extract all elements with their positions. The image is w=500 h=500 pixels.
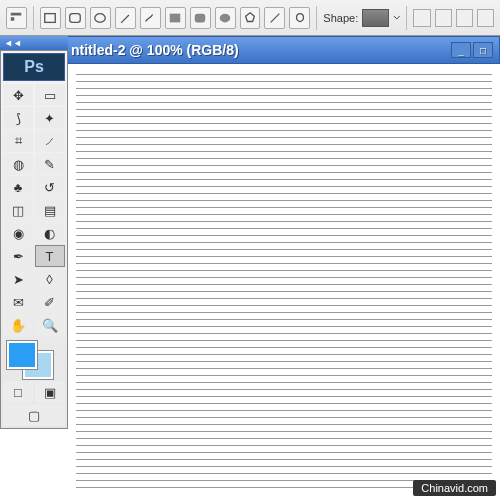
photoshop-logo: Ps xyxy=(3,53,65,81)
chevron-down-icon[interactable] xyxy=(393,14,401,22)
expand-btn[interactable]: ▢ xyxy=(3,404,65,426)
eraser-tool[interactable]: ◫ xyxy=(3,199,33,221)
hand-tool[interactable]: ✋ xyxy=(3,314,33,336)
crop-tool[interactable]: ⌗ xyxy=(3,130,33,152)
ellipse-shape-btn[interactable] xyxy=(90,7,111,29)
maximize-button[interactable]: □ xyxy=(473,42,493,58)
screen-mode-btn[interactable]: ▣ xyxy=(35,381,65,403)
brush-tool[interactable]: ✎ xyxy=(35,153,65,175)
mode-new-btn[interactable] xyxy=(413,9,430,27)
custom-shape-btn[interactable] xyxy=(289,7,310,29)
watermark: Chinavid.com xyxy=(413,480,496,496)
notes-tool[interactable]: ✉ xyxy=(3,291,33,313)
options-bar: Shape: xyxy=(0,0,500,36)
marquee-tool[interactable]: ▭ xyxy=(35,84,65,106)
document-titlebar: ntitled-2 @ 100% (RGB/8) _ □ xyxy=(0,36,500,64)
polygon-btn[interactable] xyxy=(240,7,261,29)
svg-line-6 xyxy=(271,13,280,22)
separator xyxy=(33,6,34,30)
wand-tool[interactable]: ✦ xyxy=(35,107,65,129)
svg-rect-0 xyxy=(45,13,56,22)
shape-tool[interactable]: ◊ xyxy=(35,268,65,290)
history-brush-tool[interactable]: ↺ xyxy=(35,176,65,198)
color-swatches xyxy=(3,339,65,381)
blur-tool[interactable]: ◉ xyxy=(3,222,33,244)
eyedropper-tool[interactable]: ✐ xyxy=(35,291,65,313)
svg-point-2 xyxy=(95,13,106,22)
svg-rect-4 xyxy=(195,13,206,22)
rect-fill-btn[interactable] xyxy=(165,7,186,29)
dodge-tool[interactable]: ◐ xyxy=(35,222,65,244)
line-btn[interactable] xyxy=(264,7,285,29)
ellipse-fill-btn[interactable] xyxy=(215,7,236,29)
toolbox-header[interactable]: ◄◄ xyxy=(0,36,68,50)
svg-point-5 xyxy=(220,13,231,22)
minimize-button[interactable]: _ xyxy=(451,42,471,58)
tool-preset-dropdown[interactable] xyxy=(6,7,27,29)
lasso-tool[interactable]: ⟆ xyxy=(3,107,33,129)
foreground-color[interactable] xyxy=(7,341,37,369)
mode-intersect-btn[interactable] xyxy=(477,9,494,27)
canvas-content xyxy=(68,74,500,488)
document-canvas[interactable] xyxy=(68,64,500,500)
quick-mask-btn[interactable]: □ xyxy=(3,381,33,403)
mode-add-btn[interactable] xyxy=(435,9,452,27)
tools-panel: Ps ✥▭⟆✦⌗⟋◍✎♣↺◫▤◉◐✒T➤◊✉✐✋🔍 □ ▣ ▢ xyxy=(0,50,68,429)
collapse-icon: ◄◄ xyxy=(4,38,22,48)
type-tool[interactable]: T xyxy=(35,245,65,267)
path-select-tool[interactable]: ➤ xyxy=(3,268,33,290)
svg-rect-3 xyxy=(170,13,181,22)
separator xyxy=(316,6,317,30)
rectangle-shape-btn[interactable] xyxy=(40,7,61,29)
move-tool[interactable]: ✥ xyxy=(3,84,33,106)
pen-shape-btn[interactable] xyxy=(115,7,136,29)
separator xyxy=(406,6,407,30)
stamp-tool[interactable]: ♣ xyxy=(3,176,33,198)
svg-rect-1 xyxy=(70,13,81,22)
pen-tool[interactable]: ✒ xyxy=(3,245,33,267)
shape-dropdown[interactable] xyxy=(362,9,389,27)
freeform-pen-btn[interactable] xyxy=(140,7,161,29)
slice-tool[interactable]: ⟋ xyxy=(35,130,65,152)
zoom-tool[interactable]: 🔍 xyxy=(35,314,65,336)
mode-subtract-btn[interactable] xyxy=(456,9,473,27)
healing-tool[interactable]: ◍ xyxy=(3,153,33,175)
rounded-rect-shape-btn[interactable] xyxy=(65,7,86,29)
shape-label: Shape: xyxy=(323,12,358,24)
gradient-tool[interactable]: ▤ xyxy=(35,199,65,221)
rounded-fill-btn[interactable] xyxy=(190,7,211,29)
document-title: ntitled-2 @ 100% (RGB/8) xyxy=(71,42,451,58)
